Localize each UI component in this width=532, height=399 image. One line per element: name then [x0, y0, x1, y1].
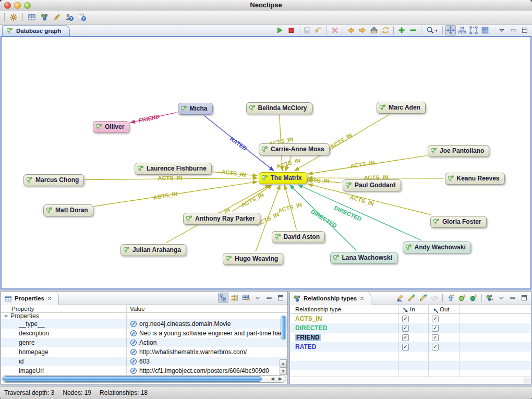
tab-properties[interactable]: Properties: [1, 292, 59, 305]
graph-canvas[interactable]: MichaOlliverBelinda McCloryMarc AdenCarr…: [2, 37, 530, 288]
property-category-row[interactable]: Properties: [1, 313, 287, 319]
filter-properties-button[interactable]: [229, 293, 240, 303]
column-header-out[interactable]: Out: [428, 305, 460, 313]
relationship-type-row[interactable]: ACTS_IN✓✓: [290, 314, 531, 323]
cheat-sheets-button[interactable]: ?: [77, 12, 87, 22]
help-button[interactable]: ?: [64, 12, 75, 22]
column-header-in[interactable]: In: [398, 305, 428, 313]
graph-node-belinda[interactable]: Belinda McClory: [246, 102, 312, 114]
property-row[interactable]: __type__org.neo4j.cineasts.domain.Movie: [1, 319, 287, 329]
start-database-button[interactable]: [274, 25, 285, 35]
tab-database-graph[interactable]: Database graph: [2, 25, 70, 36]
increase-traversal-depth-button[interactable]: [396, 25, 407, 35]
graph-node-david[interactable]: David Aston: [272, 231, 325, 243]
out-checkbox[interactable]: ✓: [432, 344, 439, 350]
in-checkbox[interactable]: ✓: [402, 344, 409, 350]
graph-node-anthony[interactable]: Anthony Ray Parker: [183, 213, 260, 225]
graph-node-carrie[interactable]: Carrie-Anne Moss: [259, 143, 330, 155]
new-property-button[interactable]: [241, 293, 251, 303]
refresh-button[interactable]: [380, 25, 391, 35]
mark-end-nodes-button[interactable]: [418, 293, 428, 303]
column-header-relationship-type[interactable]: Relationship type: [290, 305, 398, 313]
graph-node-marcus[interactable]: Marcus Chong: [23, 174, 84, 186]
preferences-button[interactable]: [8, 12, 19, 22]
decorate-button[interactable]: [52, 12, 62, 22]
out-checkbox[interactable]: ✓: [432, 334, 439, 341]
property-row[interactable]: homepagehttp://whatisthematrix.warnerbro…: [1, 347, 287, 357]
zoom-button[interactable]: ▾: [424, 25, 440, 35]
back-button[interactable]: [346, 25, 356, 35]
relationships-view-menu-button[interactable]: [496, 293, 506, 303]
in-checkbox[interactable]: ✓: [402, 325, 409, 332]
properties-view-menu-button[interactable]: [252, 293, 263, 303]
graph-node-julian[interactable]: Julian Arahanga: [120, 244, 186, 256]
add-outgoing-node-button[interactable]: [457, 293, 467, 303]
column-header-property[interactable]: Property: [1, 305, 126, 312]
grid-layout-button[interactable]: [480, 25, 490, 35]
graph-node-matt[interactable]: Matt Doran: [43, 204, 93, 216]
graph-node-hugo[interactable]: Hugo Weaving: [223, 253, 283, 265]
graph-node-lana[interactable]: Lana Wachowski: [330, 252, 397, 264]
radial-layout-button[interactable]: [468, 25, 479, 35]
relationship-type-row[interactable]: FRIEND✓✓: [290, 333, 531, 342]
graph-node-olliver[interactable]: Olliver: [93, 121, 129, 133]
maximize-properties-button[interactable]: [275, 293, 286, 303]
horizontal-scrollbar-thumb[interactable]: [3, 376, 262, 382]
forward-button[interactable]: [357, 25, 368, 35]
graph-node-andy[interactable]: Andy Wachowski: [403, 241, 471, 253]
graph-node-paul[interactable]: Paul Goddard: [343, 179, 401, 191]
graph-node-matrix[interactable]: The Matrix: [259, 172, 307, 184]
minimize-editor-button[interactable]: [508, 25, 518, 35]
mark-relationship-button[interactable]: [395, 293, 405, 303]
spring-layout-button[interactable]: [445, 25, 456, 35]
out-checkbox[interactable]: ✓: [432, 325, 439, 332]
close-icon[interactable]: [47, 296, 52, 301]
property-row[interactable]: genreAction: [1, 338, 287, 347]
tab-relationship-types[interactable]: Relationship types: [290, 292, 371, 305]
column-divider[interactable]: [428, 305, 429, 377]
delete-button[interactable]: [330, 25, 340, 35]
horizontal-scrollbar-track[interactable]: [290, 377, 531, 384]
graph-node-gloria[interactable]: Gloria Foster: [430, 216, 487, 228]
out-checkbox[interactable]: ✓: [432, 316, 439, 322]
add-relationship-button[interactable]: [445, 293, 456, 303]
close-icon[interactable]: [359, 296, 365, 301]
column-divider[interactable]: [460, 305, 460, 377]
in-checkbox[interactable]: ✓: [402, 334, 409, 341]
scroll-down-button[interactable]: ▼: [280, 367, 287, 375]
show-graph-view-button[interactable]: [39, 12, 50, 22]
tree-layout-button[interactable]: [457, 25, 467, 35]
new-relationship-type-button[interactable]: [485, 293, 495, 303]
relationship-type-row[interactable]: DIRECTED✓✓: [290, 323, 531, 333]
column-header-value[interactable]: Value: [126, 305, 287, 312]
in-checkbox[interactable]: ✓: [402, 316, 409, 322]
graph-node-keanu[interactable]: Keanu Reeves: [445, 173, 505, 185]
disclosure-triangle-icon[interactable]: [3, 313, 10, 319]
graph-node-micha[interactable]: Micha: [178, 103, 213, 115]
show-table-view-button[interactable]: [27, 12, 37, 22]
graph-node-marc[interactable]: Marc Aden: [377, 102, 426, 114]
scroll-right-button[interactable]: ▶: [279, 376, 282, 381]
stop-database-button[interactable]: [286, 25, 296, 35]
scroll-up-button[interactable]: ▲: [280, 359, 287, 367]
relationship-type-row[interactable]: RATED✓✓: [290, 342, 531, 352]
view-menu-button[interactable]: [497, 25, 507, 35]
property-row[interactable]: descriptionNeo is a young software engin…: [1, 329, 287, 338]
maximize-editor-button[interactable]: [519, 25, 530, 35]
property-row[interactable]: id603: [1, 357, 287, 366]
show-reference-node-button[interactable]: [369, 25, 379, 35]
revert-button[interactable]: [313, 25, 324, 35]
add-incoming-node-button[interactable]: [468, 293, 479, 303]
minimize-relationships-button[interactable]: [507, 293, 518, 303]
graph-node-laurence[interactable]: Laurence Fishburne: [135, 163, 212, 175]
decrease-traversal-depth-button[interactable]: [408, 25, 418, 35]
vertical-scrollbar-thumb[interactable]: [281, 316, 286, 340]
scroll-left-button[interactable]: ◀: [271, 376, 274, 381]
property-row[interactable]: imageUrlhttp://cf1.imgobject.com/posters…: [1, 366, 287, 376]
graph-node-joe[interactable]: Joe Pantoliano: [428, 145, 489, 157]
horizontal-scrollbar[interactable]: ◀ ▶: [2, 375, 286, 383]
show-categories-button[interactable]: [218, 293, 228, 303]
mark-start-nodes-button[interactable]: [406, 293, 417, 303]
column-divider[interactable]: [126, 305, 127, 376]
minimize-properties-button[interactable]: [264, 293, 274, 303]
